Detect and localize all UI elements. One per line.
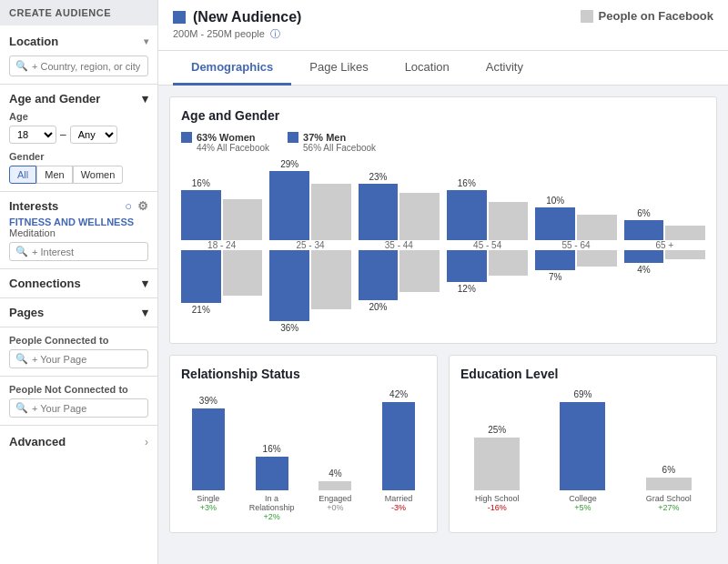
bar-men-25 <box>269 250 309 321</box>
gender-women-button[interactable]: Women <box>73 166 124 184</box>
bar-pct-women-18: 16% <box>192 178 210 188</box>
age-label: Age <box>9 111 148 122</box>
people-not-connected-input[interactable] <box>32 403 142 414</box>
bar-group-18-24-men: 21% <box>181 250 262 315</box>
bar-pct-men-45: 12% <box>458 284 476 294</box>
bar-group-45-54-women: 16% <box>447 178 528 240</box>
gender-buttons: All Men Women <box>9 166 148 184</box>
rel-label-married: Married -3% <box>371 494 426 521</box>
bar-fb-45-men <box>489 250 529 276</box>
age-gender-chart-title: Age and Gender <box>181 108 705 123</box>
bar-fb-25-women <box>311 184 351 240</box>
bar-men-35 <box>359 250 399 300</box>
rel-pct-single: 39% <box>199 396 217 406</box>
interests-section: Interests ○ ⚙ FITNESS AND WELLNESS Medit… <box>0 192 157 269</box>
people-not-connected-label: People Not Connected to <box>9 384 148 395</box>
interest-search-input[interactable] <box>32 247 142 257</box>
bar-group-25-34-men: 36% <box>269 250 350 333</box>
audience-info: (New Audience) 200M - 250M people ⓘ <box>173 9 301 41</box>
advanced-chevron-icon: › <box>145 436 148 448</box>
circle-icon[interactable]: ○ <box>125 199 132 213</box>
edu-bar-college: 69% <box>546 402 619 490</box>
bar-pct-women-45: 16% <box>458 178 476 188</box>
rel-bar-relationship-fill: 16% <box>256 457 288 490</box>
bar-group-25-34-women: 29% <box>269 159 350 240</box>
education-chart-card: Education Level 25% 69% <box>449 355 717 533</box>
bar-women-18 <box>181 190 221 240</box>
age-selects: 18 – Any <box>9 126 148 144</box>
bar-fb-35-men <box>399 250 440 292</box>
bar-pct-men-65: 4% <box>637 265 650 275</box>
location-input[interactable] <box>32 61 142 72</box>
chart-legend: 63% Women 44% All Facebook 37% Men 56% A… <box>181 132 705 153</box>
rel-bar-married: 42% <box>371 402 426 490</box>
bar-men-18 <box>181 250 221 303</box>
edu-bar-gradschool: 6% <box>632 478 705 490</box>
bar-women-25 <box>269 171 309 240</box>
edu-pct-highschool: 25% <box>488 425 506 435</box>
bar-group-18-24-women: 16% <box>181 178 262 240</box>
tab-demographics[interactable]: Demographics <box>173 51 291 86</box>
relationship-labels: Single +3% In a Relationship +2% Engaged… <box>181 494 426 521</box>
age-label-25: 25 - 34 <box>269 240 350 250</box>
bar-pct-men-35: 20% <box>369 302 387 312</box>
people-not-connected-section: People Not Connected to 🔍 <box>0 377 157 426</box>
gear-icon[interactable]: ⚙ <box>137 199 148 213</box>
men-legend-sub: 56% All Facebook <box>303 143 376 153</box>
pages-header[interactable]: Pages ▾ <box>9 306 148 319</box>
advanced-section[interactable]: Advanced › <box>0 426 157 458</box>
bar-men-55 <box>535 250 575 270</box>
connections-header[interactable]: Connections ▾ <box>9 277 148 290</box>
bar-group-35-44-men: 20% <box>359 250 440 312</box>
bar-fb-65-men <box>665 250 705 259</box>
bar-fb-18-women <box>223 199 263 240</box>
age-labels: 18 - 24 25 - 34 35 - 44 45 - 54 55 - 64 … <box>181 240 705 250</box>
location-header[interactable]: Location ▾ <box>9 33 148 50</box>
gender-men-button[interactable]: Men <box>36 166 72 184</box>
tab-page-likes[interactable]: Page Likes <box>291 51 386 86</box>
tab-activity[interactable]: Activity <box>468 51 541 86</box>
interest-category: FITNESS AND WELLNESS <box>9 217 148 227</box>
people-connected-input[interactable] <box>32 354 142 365</box>
relationship-chart-card: Relationship Status 39% 16% <box>169 355 438 533</box>
age-from-select[interactable]: 18 <box>9 126 56 144</box>
gender-all-button[interactable]: All <box>9 166 36 184</box>
bar-fb-45-women <box>489 202 529 240</box>
main-content: (New Audience) 200M - 250M people ⓘ Peop… <box>158 0 728 564</box>
search-icon: 🔍 <box>15 60 28 72</box>
age-gender-header[interactable]: Age and Gender ▾ <box>9 92 148 106</box>
women-bars: 16% 29% <box>181 158 705 240</box>
relationship-bars: 39% 16% 4% <box>181 390 426 490</box>
people-connected-input-wrapper[interactable]: 🔍 <box>9 349 148 368</box>
bar-group-55-64-men: 7% <box>535 250 616 282</box>
edu-bar-college-fill: 69% <box>560 402 605 490</box>
audience-color-square <box>173 11 186 24</box>
bar-fb-55-men <box>577 250 617 267</box>
edu-pct-gradschool: 6% <box>662 465 675 475</box>
education-bars: 25% 69% 6% <box>460 390 705 490</box>
edu-bar-highschool-fill: 25% <box>474 438 520 490</box>
women-legend-box <box>181 132 192 143</box>
bar-fb-35-women <box>399 193 440 240</box>
edu-pct-college: 69% <box>573 389 592 399</box>
bar-women-55 <box>535 207 575 240</box>
search-icon: 🔍 <box>15 402 28 414</box>
tab-location[interactable]: Location <box>387 51 468 86</box>
pages-chevron-icon: ▾ <box>142 306 148 319</box>
rel-label-single: Single +3% <box>181 494 236 521</box>
age-to-select[interactable]: Any <box>70 126 117 144</box>
men-legend-label: 37% Men <box>303 132 346 143</box>
gender-label: Gender <box>9 151 148 162</box>
edu-label-college: College +5% <box>546 494 619 512</box>
edu-bar-highschool: 25% <box>460 438 533 490</box>
age-label-35: 35 - 44 <box>359 240 440 250</box>
interest-search-wrapper[interactable]: 🔍 <box>9 242 148 261</box>
people-not-connected-input-wrapper[interactable]: 🔍 <box>9 398 148 418</box>
location-input-wrapper[interactable]: 🔍 <box>9 55 148 76</box>
interests-header[interactable]: Interests ○ ⚙ <box>9 199 148 213</box>
age-label-18: 18 - 24 <box>181 240 262 250</box>
bar-fb-18-men <box>223 250 263 296</box>
bar-pct-women-55: 10% <box>546 196 564 206</box>
men-bars: 21% 36% <box>181 250 705 332</box>
connections-label: Connections <box>9 277 81 290</box>
